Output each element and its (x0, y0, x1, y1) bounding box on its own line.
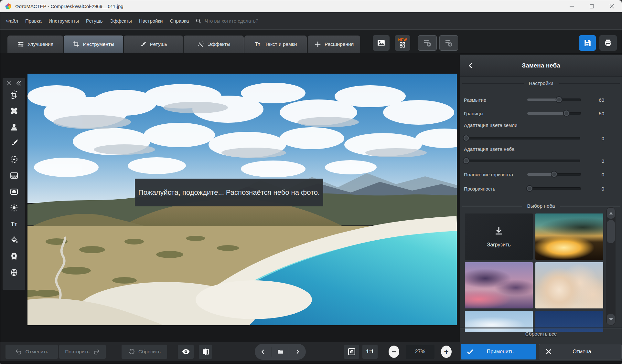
apply-button[interactable]: Применить (461, 344, 536, 359)
collage-new-button[interactable]: NEW (395, 35, 410, 51)
tab-enhancements[interactable]: Улучшения (7, 36, 63, 53)
sky-thumb-dark-blue-orange[interactable] (535, 311, 603, 332)
collapse-toolbar-icon[interactable] (16, 81, 21, 86)
svg-text:Тт: Тт (255, 42, 261, 47)
close-button[interactable] (602, 0, 622, 12)
portrait-icon (10, 252, 18, 261)
sky-color-slider[interactable] (464, 158, 580, 164)
maximize-button[interactable] (582, 0, 602, 12)
panel-actions: Применить Отмена (460, 344, 622, 359)
slider-handle[interactable] (551, 171, 558, 178)
sky-thumb-light-blue[interactable] (465, 311, 533, 332)
x-icon (545, 348, 552, 355)
scrollbar-thumb[interactable] (607, 220, 615, 243)
tool-fill[interactable] (3, 232, 25, 248)
clone-stamp-icon (10, 123, 18, 131)
minimize-button[interactable] (562, 0, 582, 12)
window-bottom-strip (0, 361, 622, 364)
reset-all-link[interactable]: Сбросить все (525, 331, 557, 337)
zoom-100-button[interactable]: 1:1 (362, 345, 378, 359)
tool-radial-filter[interactable] (3, 151, 25, 167)
tab-effects[interactable]: Эффекты (184, 36, 244, 53)
tab-extensions[interactable]: Расширения (308, 36, 360, 53)
image-library-button[interactable] (373, 35, 390, 51)
close-toolbar-icon[interactable] (6, 81, 12, 86)
title-bar: ФотоМАСТЕР - CompDeskWalCol-2969__011.jp… (0, 0, 622, 12)
sky-thumb-sunset-gold[interactable] (535, 213, 603, 260)
tool-vignette[interactable] (3, 183, 25, 200)
back-button[interactable] (464, 59, 477, 72)
next-photo-button[interactable] (289, 344, 306, 360)
zoom-in-button[interactable]: + (441, 346, 452, 358)
sky-thumb-pink-clouds[interactable] (465, 262, 533, 308)
tool-graduated-filter[interactable] (3, 167, 25, 183)
scroll-up-button[interactable] (607, 208, 615, 219)
sky-thumb-cream-cumulus[interactable] (535, 262, 603, 308)
progress-overlay: Пожалуйста, подождите... Распознаётся не… (135, 179, 323, 206)
redo-button[interactable]: Повторить (59, 345, 106, 359)
open-folder-button[interactable] (272, 344, 289, 360)
zoom-out-button[interactable]: − (389, 346, 399, 358)
prev-photo-button[interactable] (255, 344, 272, 360)
tool-clone-stamp[interactable] (3, 119, 25, 135)
tab-bar: Улучшения Инструменты Ретушь Эффекты Тт … (0, 29, 622, 53)
save-button[interactable] (579, 35, 596, 51)
preset-add-button[interactable] (418, 35, 437, 51)
undo-button[interactable]: Отменить (5, 345, 58, 359)
borders-slider[interactable] (527, 110, 581, 117)
redo-icon (93, 348, 100, 355)
tab-tools[interactable]: Инструменты (64, 36, 123, 53)
menu-file[interactable]: Файл (3, 12, 22, 29)
zoom-level-value: 27% (415, 349, 425, 355)
tool-portrait[interactable] (3, 248, 25, 264)
menu-retouch[interactable]: Ретушь (82, 12, 106, 29)
tool-text[interactable]: Тт (3, 216, 25, 232)
scroll-down-button[interactable] (607, 314, 615, 325)
slider-track[interactable] (527, 187, 581, 190)
tool-adjustment-brush[interactable] (3, 135, 25, 151)
slider-handle[interactable] (555, 96, 562, 103)
preview-original-button[interactable] (178, 345, 194, 359)
slider-track[interactable] (464, 137, 580, 140)
slider-row-sky-color: 0 (460, 157, 622, 164)
preset-download-button[interactable] (439, 35, 458, 51)
new-badge: NEW (398, 38, 407, 42)
menu-edit[interactable]: Правка (22, 12, 45, 29)
blur-slider[interactable] (527, 97, 581, 103)
reset-button[interactable]: Сбросить (122, 345, 167, 359)
horizon-slider[interactable] (527, 171, 581, 178)
tool-crop-rotate[interactable] (3, 87, 25, 103)
menu-effects[interactable]: Эффекты (106, 12, 135, 29)
fit-screen-button[interactable] (344, 345, 359, 359)
sky-upload-tile[interactable]: Загрузить (465, 213, 533, 260)
before-after-button[interactable] (199, 345, 212, 359)
compare-icon (201, 348, 210, 356)
cancel-button[interactable]: Отмена (539, 344, 622, 359)
slider-handle[interactable] (463, 135, 470, 141)
tab-retouch[interactable]: Ретушь (124, 36, 183, 53)
redo-label: Повторить (65, 349, 90, 355)
tab-label: Эффекты (208, 41, 230, 47)
slider-track[interactable] (464, 160, 580, 162)
file-navigator (255, 344, 306, 360)
tab-text-frames[interactable]: Тт Текст и рамки (244, 36, 307, 53)
tool-face-sculpt[interactable] (3, 264, 25, 280)
thumbnail-scrollbar[interactable] (606, 207, 616, 326)
radial-filter-icon (10, 155, 18, 164)
tool-sky-replacement[interactable] (3, 200, 25, 216)
menu-tools[interactable]: Инструменты (45, 12, 83, 29)
chevron-right-icon (294, 348, 301, 355)
tool-healing-patch[interactable] (3, 103, 25, 119)
ground-color-slider[interactable] (464, 135, 580, 141)
slider-handle[interactable] (463, 157, 470, 164)
slider-handle[interactable] (526, 185, 533, 192)
command-search[interactable]: Что вы хотите сделать? (196, 18, 258, 24)
menu-settings[interactable]: Настройки (135, 12, 166, 29)
sky-section-header: Выбор неба (460, 202, 622, 210)
sky-upload-label: Загрузить (487, 242, 510, 248)
graduated-filter-icon (10, 171, 18, 180)
transparency-slider[interactable] (527, 185, 581, 192)
print-button[interactable] (599, 35, 617, 51)
menu-help[interactable]: Справка (166, 12, 192, 29)
slider-handle[interactable] (563, 110, 570, 117)
